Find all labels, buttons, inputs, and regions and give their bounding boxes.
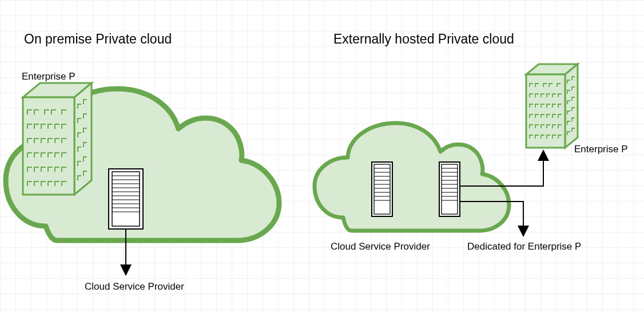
left-building [23, 83, 92, 195]
right-building [526, 64, 578, 148]
left-server-rack [109, 169, 143, 229]
right-server-rack-1 [372, 162, 392, 216]
svg-rect-0 [23, 97, 74, 195]
svg-rect-25 [442, 164, 458, 214]
svg-rect-14 [374, 164, 390, 214]
svg-rect-35 [526, 74, 565, 148]
right-cloud [315, 123, 509, 231]
right-server-rack-2 [439, 162, 460, 216]
